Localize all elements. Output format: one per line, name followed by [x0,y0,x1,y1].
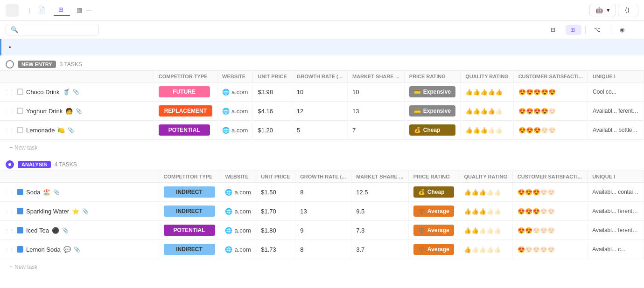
unit-price-value: $1.50 [261,189,276,196]
table-wrapper-new-entry: COMPETITOR TYPEWEBSITEUNIT PRICEGROWTH R… [0,70,644,140]
quality-rating-cell: 👍👍👍👍👍 [461,82,513,102]
table-row[interactable]: ⋮⋮ Soda 🏖️ 📎 INDIRECT 🌐 a.com $1.50 [0,183,644,202]
price-badge[interactable]: 💳 Expensive [409,86,455,97]
task-checkbox[interactable] [17,246,23,253]
nav-separator: | [29,7,30,14]
toolbar-more-button[interactable] [103,28,106,32]
table-row[interactable]: ⋮⋮ Choco Drink 🥤 📎 FUTURE 🌐 a.com $3.98 [0,82,644,102]
type-badge[interactable]: INDIRECT [164,206,215,217]
task-checkbox[interactable] [17,189,23,195]
price-rating-cell: 💳 Expensive [404,82,460,102]
section-toggle-new-entry[interactable] [6,60,14,69]
col-header-1: WEBSITE [217,71,253,82]
table-row[interactable]: ⋮⋮ Lemonade 🍋 📎 POTENTIAL 🌐 a.com $1.20 [0,121,644,140]
filter-button[interactable]: ⊟ [546,25,562,35]
add-task-row-analysis: + New task [0,259,644,275]
table-row[interactable]: ⋮⋮ Sparkling Water ⭐ 📎 INDIRECT 🌐 a.com … [0,202,644,221]
website-cell: 🌐 a.com [217,102,253,121]
quality-rating-cell: 👍👍👍👍👍 [461,102,513,121]
add-task-button[interactable]: + New task [6,143,638,153]
task-checkbox[interactable] [17,227,23,233]
type-badge[interactable]: INDIRECT [164,244,215,255]
type-badge[interactable]: REPLACEMENT [159,105,212,117]
website-cell: 🌐 a.com [220,240,256,259]
price-icon: 💰 [414,127,421,133]
main-content: • NEW ENTRY 3 TASKS COMPETITOR TYPEWEBSI… [0,39,644,288]
attach-icon: 📎 [62,227,69,233]
col-header-8: UNIQUE I [588,71,644,82]
type-badge[interactable]: POTENTIAL [159,124,210,136]
sections-container: NEW ENTRY 3 TASKS COMPETITOR TYPEWEBSITE… [0,55,644,275]
task-cell-2: ⋮⋮ Iced Tea ⚫ 📎 [0,221,159,240]
task-checkbox[interactable] [17,127,23,133]
task-name: Sparkling Water [26,208,69,215]
competitor-type-cell: REPLACEMENT [154,102,217,121]
automate-chevron: ▾ [607,7,610,14]
task-cell-3: ⋮⋮ Lemon Soda 💬 📎 [0,240,159,259]
add-task-row-new-entry: + New task [0,140,644,156]
globe-icon: 🌐 [222,108,230,115]
table-row[interactable]: ⋮⋮ Iced Tea ⚫ 📎 POTENTIAL 🌐 a.com $1.80 [0,221,644,240]
type-badge[interactable]: INDIRECT [164,186,215,198]
section-badge-analysis: ANALYSIS [18,161,51,168]
price-badge[interactable]: ⚖️ Average [413,244,455,255]
nav-board[interactable]: ▦ [72,5,96,15]
col-header-8: UNIQUE I [588,171,644,183]
nav-getting-started[interactable]: 📄 [33,5,52,15]
task-cell-0: ⋮⋮ Choco Drink 🥤 📎 [0,82,154,102]
price-badge[interactable]: ⚖️ Average [413,225,455,236]
website-url: a.com [231,89,248,96]
subtasks-button[interactable]: ⌥ [589,25,607,35]
unique-cell: Availabl... c... [588,240,644,259]
unit-price-cell: $1.80 [256,221,295,240]
price-label: Expensive [423,108,451,114]
type-badge[interactable]: FUTURE [159,86,210,97]
table-row[interactable]: ⋮⋮ Yoghurt Drink 🧑 📎 REPLACEMENT 🌐 a.com… [0,102,644,121]
price-badge[interactable]: ⚖️ Average [413,206,455,217]
task-emoji: 🧑 [65,108,73,115]
website-url: a.com [234,227,251,234]
section-new-entry: NEW ENTRY 3 TASKS COMPETITOR TYPEWEBSITE… [0,55,644,156]
task-emoji: 🏖️ [43,189,50,196]
task-emoji: ⭐ [72,208,79,215]
price-label: Cheap [427,189,445,195]
grid-icon: ⊞ [58,6,63,13]
price-icon: 💳 [414,89,421,95]
show-button[interactable]: ◉ [615,25,631,35]
price-badge[interactable]: 💳 Expensive [409,105,455,117]
unit-price-cell: $1.70 [256,202,295,221]
price-badge[interactable]: 💰 Cheap [409,124,455,136]
unit-price-cell: $1.50 [256,183,295,202]
toolbar-dots-button[interactable] [635,28,638,32]
competitor-type-cell: INDIRECT [159,240,220,259]
table-row[interactable]: ⋮⋮ Lemon Soda 💬 📎 INDIRECT 🌐 a.com $1.73 [0,240,644,259]
nav-add-view[interactable] [98,8,107,12]
customer-satisfaction-cell: 😍😍😍😍😍 [513,102,588,121]
task-checkbox[interactable] [17,89,23,95]
nav-competitors[interactable]: ⊞ [54,4,70,16]
task-checkbox[interactable] [17,108,23,114]
growth-rate-value: 8 [300,189,303,196]
price-label: Expensive [423,89,451,95]
share-button[interactable]: ⟨⟩ [618,4,638,16]
search-box[interactable]: 🔍 [6,24,99,35]
automate-icon: 🤖 [595,7,603,14]
price-rating-cell: 💰 Cheap [404,121,460,140]
add-task-button[interactable]: + New task [6,262,638,272]
automate-button[interactable]: 🤖 ▾ [589,4,616,16]
customer-satisfaction-cell: 😍😍😍😍😍 [512,202,587,221]
section-toggle-analysis[interactable] [6,160,14,169]
attach-icon: 📎 [82,208,89,214]
group-by-button[interactable]: ⊞ [566,25,581,35]
price-icon: 💳 [414,108,421,114]
competitor-type-cell: INDIRECT [159,202,220,221]
price-badge[interactable]: 💰 Cheap [413,186,455,198]
growth-rate-cell: 10 [292,82,347,102]
unit-price-value: $1.70 [261,208,276,215]
share-icon: ⟨⟩ [625,7,630,14]
type-badge[interactable]: POTENTIAL [164,225,215,236]
task-checkbox[interactable] [17,208,23,214]
price-icon: ⚖️ [418,246,425,253]
task-name: Iced Tea [26,227,49,234]
customer-satisfaction-cell: 😍😍😍😍😍 [512,221,587,240]
